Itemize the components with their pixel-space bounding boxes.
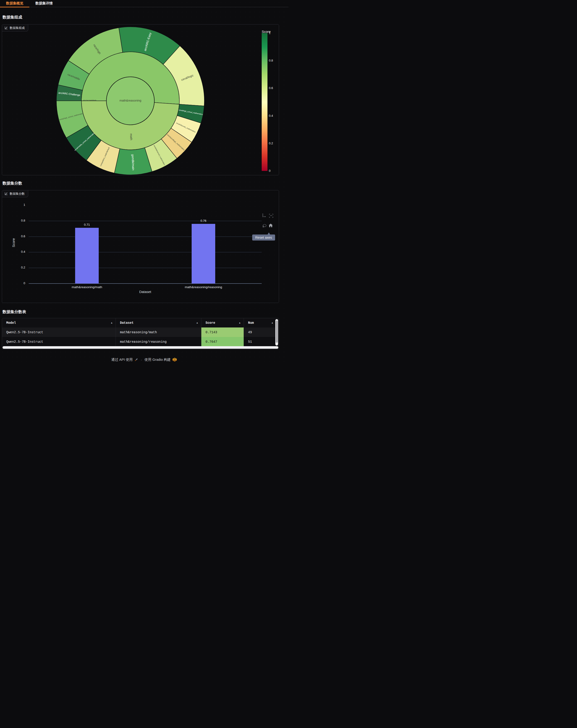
table-header-score[interactable]: Score▲ xyxy=(201,318,244,328)
x-axis-title: Dataset xyxy=(2,290,288,294)
composition-panel: 数据集组成 math&reasoningreasoningmatharc/ARC… xyxy=(2,24,279,175)
header-label: Score xyxy=(206,321,215,325)
colorbar-tick: 0.8 xyxy=(269,59,273,62)
dataset-cell: math&reasoning/reasoning xyxy=(116,337,201,346)
sunburst-chart[interactable]: math&reasoningreasoningmatharc/ARC-Chall… xyxy=(2,25,259,175)
x-tick-label: math&reasoning/reasoning xyxy=(185,285,222,289)
table-vertical-scrollbar[interactable] xyxy=(275,319,278,345)
table-header-row: Model▲Dataset▲Score▲Num▲ xyxy=(2,318,276,328)
footer: 通过 API 使用 · 使用 Gradio 构建 xyxy=(0,358,288,362)
y-tick-label: 0.4 xyxy=(11,250,25,254)
bar-value-label: 0.76 xyxy=(201,219,206,223)
table-row[interactable]: Qwen2.5-7B-Instructmath&reasoning/math0.… xyxy=(2,328,276,337)
colorbar-tick: 0 xyxy=(269,169,270,173)
model-cell: Qwen2.5-7B-Instruct xyxy=(2,328,116,337)
sunburst-label: gsm8k/main xyxy=(131,154,135,171)
score-table: Model▲Dataset▲Score▲Num▲Qwen2.5-7B-Instr… xyxy=(2,318,279,349)
tab-bar: 数据集概览 数据集详情 xyxy=(0,0,288,7)
autoscale-icon[interactable] xyxy=(269,213,273,218)
sort-ascending-icon[interactable]: ▲ xyxy=(239,322,240,324)
show-closest-on-hover-icon[interactable] xyxy=(262,224,267,228)
score-colorbar xyxy=(262,33,267,171)
bar-math&reasoning/reasoning[interactable] xyxy=(192,224,215,284)
sort-ascending-icon[interactable]: ▲ xyxy=(272,322,273,324)
toggle-spikelines-icon[interactable] xyxy=(262,213,267,218)
scores-panel: 数据集分数 00.20.40.60.810.71math&reasoning/m… xyxy=(2,190,279,303)
score-table-body: Model▲Dataset▲Score▲Num▲Qwen2.5-7B-Instr… xyxy=(2,318,279,346)
tab-dataset-detail[interactable]: 数据集详情 xyxy=(29,0,59,7)
colorbar-tick: 0.2 xyxy=(269,141,273,145)
reset-axes-tooltip: Reset axes xyxy=(252,234,275,240)
table-header-num[interactable]: Num▲ xyxy=(244,318,276,328)
sort-ascending-icon[interactable]: ▲ xyxy=(111,322,112,324)
footer-separator: · xyxy=(140,358,143,362)
sunburst-label: math&reasoning xyxy=(120,99,141,102)
sort-ascending-icon[interactable]: ▲ xyxy=(196,322,198,324)
table-horizontal-scrollbar[interactable] xyxy=(3,346,278,349)
section-title-scores: 数据集分数 xyxy=(3,181,22,186)
gridline xyxy=(29,268,262,268)
header-label: Model xyxy=(6,321,16,325)
table-header-dataset[interactable]: Dataset▲ xyxy=(116,318,201,328)
table-vertical-scrollbar-thumb[interactable] xyxy=(276,320,278,343)
gradio-logo-icon xyxy=(172,358,177,362)
rocket-icon xyxy=(134,358,138,362)
y-tick-label: 1 xyxy=(11,203,25,207)
section-title-score-table: 数据集分数表 xyxy=(3,309,26,314)
footer-use-api-link[interactable]: 通过 API 使用 xyxy=(111,358,133,362)
footer-built-with-gradio-link[interactable]: 使用 Gradio 构建 xyxy=(145,358,171,362)
gridline xyxy=(29,221,262,221)
bar-math&reasoning/math[interactable] xyxy=(75,228,99,284)
y-tick-label: 0 xyxy=(11,281,25,285)
reset-axes-home-icon[interactable] xyxy=(268,223,273,228)
y-tick-label: 0.8 xyxy=(11,219,25,222)
dataset-cell: math&reasoning/math xyxy=(116,328,201,337)
section-title-composition: 数据集组成 xyxy=(3,15,22,20)
x-tick-label: math&reasoning/math xyxy=(72,285,102,289)
score-cell: 0.7143 xyxy=(201,328,244,337)
bar-value-label: 0.71 xyxy=(84,223,90,226)
colorbar-tick: 1 xyxy=(269,31,270,35)
tab-dataset-overview[interactable]: 数据集概览 xyxy=(0,0,29,7)
num-cell: 51 xyxy=(244,337,276,346)
colorbar-tick: 0.6 xyxy=(269,86,273,90)
header-label: Dataset xyxy=(120,321,134,325)
header-label: Num xyxy=(248,321,254,325)
score-cell: 0.7647 xyxy=(201,337,244,346)
y-tick-label: 0.2 xyxy=(11,266,25,269)
model-cell: Qwen2.5-7B-Instruct xyxy=(2,337,116,346)
table-header-model[interactable]: Model▲ xyxy=(2,318,116,328)
y-axis-title: Score xyxy=(11,238,16,247)
y-tick-label: 0.6 xyxy=(11,234,25,238)
sunburst-label: math xyxy=(129,133,133,140)
colorbar-tick: 0.4 xyxy=(269,114,273,118)
num-cell: 49 xyxy=(244,328,276,337)
bar-chart[interactable]: 00.20.40.60.810.71math&reasoning/math0.7… xyxy=(2,190,279,303)
x-axis-line xyxy=(29,283,262,284)
table-row[interactable]: Qwen2.5-7B-Instructmath&reasoning/reason… xyxy=(2,337,276,346)
